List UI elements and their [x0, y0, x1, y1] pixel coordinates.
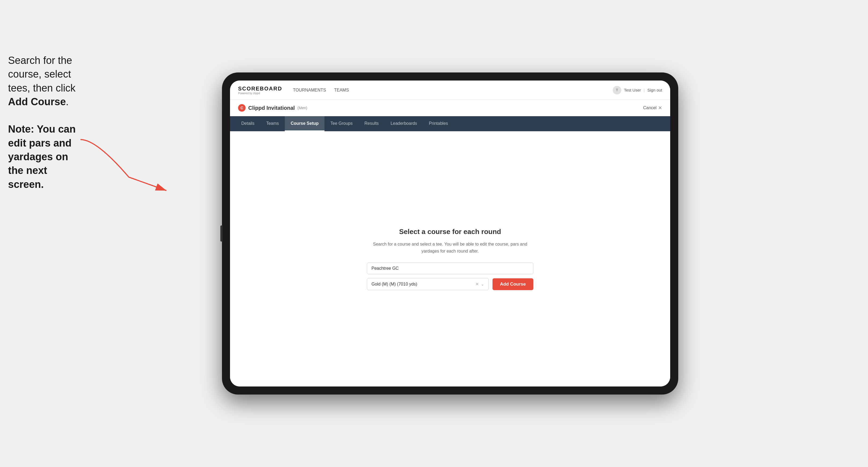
logo-title: SCOREBOARD — [238, 86, 282, 92]
cancel-x-icon: ✕ — [658, 105, 662, 111]
nav-divider: | — [644, 88, 645, 92]
course-search-input[interactable] — [367, 262, 533, 274]
tee-select[interactable]: Gold (M) (M) (7010 yds) ✕ ⌄ — [367, 278, 489, 290]
tab-details[interactable]: Details — [236, 116, 260, 131]
tournament-title: C Clippd Invitational (Men) — [238, 104, 307, 112]
cancel-button[interactable]: Cancel ✕ — [643, 105, 662, 111]
instructions-panel: Search for the course, select tees, then… — [8, 54, 83, 191]
course-setup-card: Select a course for each round Search fo… — [367, 227, 533, 290]
add-course-button[interactable]: Add Course — [493, 278, 533, 290]
tab-tee-groups-label: Tee Groups — [331, 121, 353, 126]
tab-tee-groups[interactable]: Tee Groups — [324, 116, 359, 131]
nav-teams[interactable]: TEAMS — [334, 86, 349, 94]
logo-subtitle: Powered by clippd — [238, 92, 282, 95]
card-title: Select a course for each round — [367, 227, 533, 236]
arrow-annotation — [75, 134, 188, 198]
instruction-bold: Add Course — [8, 96, 66, 107]
tournament-name: Clippd Invitational — [248, 105, 295, 111]
nav-tournaments[interactable]: TOURNAMENTS — [293, 86, 326, 94]
tab-teams[interactable]: Teams — [260, 116, 285, 131]
tee-select-row: Gold (M) (M) (7010 yds) ✕ ⌄ Add Course — [367, 278, 533, 290]
instruction-text: Search for the course, select tees, then… — [8, 55, 75, 107]
sign-out-link[interactable]: Sign out — [647, 88, 662, 92]
tab-teams-label: Teams — [266, 121, 279, 126]
tablet-screen: SCOREBOARD Powered by clippd TOURNAMENTS… — [230, 81, 670, 386]
logo: SCOREBOARD Powered by clippd — [238, 86, 282, 95]
main-content: Select a course for each round Search fo… — [230, 131, 670, 386]
cancel-label: Cancel — [643, 105, 656, 110]
card-description: Search for a course and select a tee. Yo… — [367, 241, 533, 254]
tab-course-setup[interactable]: Course Setup — [285, 116, 324, 131]
tee-select-controls: ✕ ⌄ — [475, 282, 484, 287]
tab-results-label: Results — [365, 121, 379, 126]
tablet-side-button — [220, 225, 222, 242]
tee-chevron-down-icon: ⌄ — [481, 282, 484, 286]
top-nav: SCOREBOARD Powered by clippd TOURNAMENTS… — [230, 81, 670, 100]
tab-leaderboards[interactable]: Leaderboards — [384, 116, 423, 131]
tab-printables[interactable]: Printables — [423, 116, 454, 131]
tournament-header: C Clippd Invitational (Men) Cancel ✕ — [230, 100, 670, 116]
tab-results[interactable]: Results — [359, 116, 384, 131]
tab-printables-label: Printables — [429, 121, 448, 126]
tournament-badge: (Men) — [298, 106, 307, 110]
tablet-device: SCOREBOARD Powered by clippd TOURNAMENTS… — [222, 72, 678, 395]
user-area: T Test User | Sign out — [613, 86, 662, 94]
tab-navigation: Details Teams Course Setup Tee Groups Re… — [230, 116, 670, 131]
top-nav-links: TOURNAMENTS TEAMS — [293, 86, 613, 94]
user-name: Test User — [624, 88, 641, 92]
tee-select-value: Gold (M) (M) (7010 yds) — [371, 282, 417, 287]
tee-clear-button[interactable]: ✕ — [475, 282, 479, 287]
tab-details-label: Details — [241, 121, 254, 126]
user-avatar: T — [613, 86, 621, 94]
tab-leaderboards-label: Leaderboards — [391, 121, 417, 126]
note-text: Note: You can edit pars and yardages on … — [8, 123, 76, 190]
tournament-icon: C — [238, 104, 246, 112]
tab-course-setup-label: Course Setup — [291, 121, 318, 126]
